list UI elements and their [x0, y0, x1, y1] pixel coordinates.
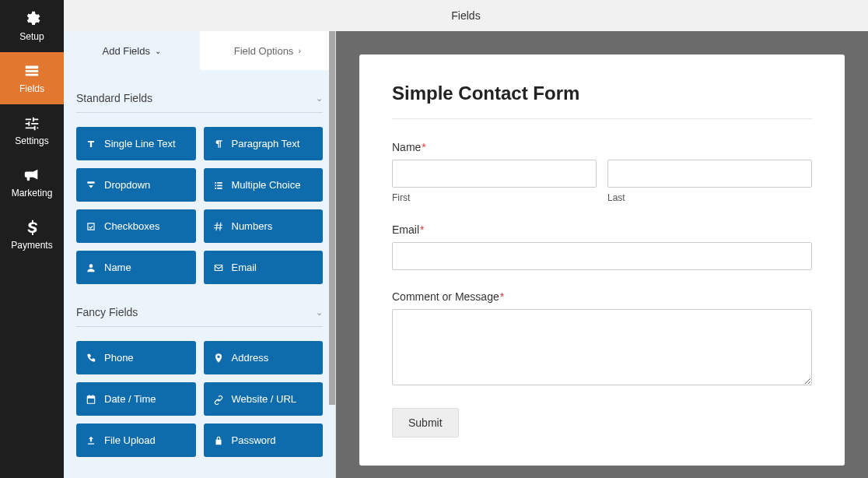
- field-label: Date / Time: [104, 393, 156, 405]
- fields-panel: Add Fields ⌄ Field Options › Standard Fi…: [64, 31, 336, 478]
- chevron-right-icon: ›: [298, 47, 300, 55]
- scrollbar[interactable]: [329, 31, 335, 405]
- nav-item-settings[interactable]: Settings: [0, 104, 64, 156]
- panel-tabs: Add Fields ⌄ Field Options ›: [64, 31, 335, 70]
- field-label: Checkboxes: [104, 220, 160, 232]
- last-name-input[interactable]: [607, 160, 812, 188]
- field-label: Multiple Choice: [232, 179, 301, 191]
- field-label: Website / URL: [232, 393, 297, 405]
- field-multiple-choice[interactable]: Multiple Choice: [204, 168, 324, 202]
- nav-label: Fields: [19, 83, 44, 94]
- field-email-wrap: Email*: [392, 223, 812, 270]
- tab-add-fields[interactable]: Add Fields ⌄: [64, 31, 200, 70]
- first-name-input[interactable]: [392, 160, 597, 188]
- dollar-icon: [23, 219, 40, 236]
- field-label: Password: [232, 434, 276, 446]
- tab-label: Field Options: [234, 45, 294, 57]
- map-marker-icon: [213, 353, 224, 364]
- phone-icon: [86, 353, 96, 364]
- chevron-down-icon: ⌄: [316, 93, 323, 104]
- bullhorn-icon: [23, 167, 40, 184]
- tab-field-options[interactable]: Field Options ›: [200, 31, 336, 70]
- name-label: Name*: [392, 141, 812, 153]
- nav-item-fields[interactable]: Fields: [0, 52, 64, 104]
- nav-item-marketing[interactable]: Marketing: [0, 156, 64, 209]
- divider: [76, 326, 323, 327]
- required-mark: *: [420, 223, 424, 236]
- message-label: Comment or Message*: [392, 290, 812, 303]
- field-numbers[interactable]: Numbers: [204, 209, 324, 243]
- field-name-wrap: Name* First Last: [392, 141, 812, 203]
- section-title: Fancy Fields: [76, 306, 138, 318]
- field-label: Single Line Text: [104, 138, 176, 149]
- nav-label: Settings: [15, 135, 48, 146]
- text-icon: [86, 139, 96, 149]
- field-password[interactable]: Password: [204, 424, 324, 457]
- list-icon: [213, 180, 224, 191]
- page-title: Fields: [451, 9, 480, 22]
- page-header: Fields: [64, 0, 868, 31]
- field-checkboxes[interactable]: Checkboxes: [76, 209, 196, 243]
- caret-down-icon: [86, 180, 96, 191]
- field-label: Numbers: [232, 220, 273, 232]
- field-single-line-text[interactable]: Single Line Text: [76, 127, 196, 160]
- field-date-time[interactable]: Date / Time: [76, 382, 196, 416]
- field-phone[interactable]: Phone: [76, 341, 196, 374]
- field-label: Dropdown: [104, 179, 150, 191]
- form-icon: [23, 62, 40, 79]
- field-email[interactable]: Email: [204, 251, 324, 284]
- sliders-icon: [23, 114, 40, 132]
- link-icon: [213, 394, 224, 405]
- field-address[interactable]: Address: [204, 341, 324, 374]
- form-preview: Simple Contact Form Name* First Last: [336, 31, 868, 478]
- field-label: Address: [232, 352, 269, 364]
- last-sublabel: Last: [607, 192, 812, 203]
- field-label: Paragraph Text: [232, 138, 300, 149]
- section-standard-fields[interactable]: Standard Fields ⌄: [76, 70, 323, 112]
- required-mark: *: [500, 290, 504, 303]
- section-title: Standard Fields: [76, 92, 152, 104]
- user-icon: [86, 262, 96, 273]
- field-label: Name: [104, 262, 131, 273]
- lock-icon: [213, 435, 224, 446]
- required-mark: *: [422, 141, 425, 153]
- chevron-down-icon: ⌄: [316, 308, 323, 318]
- nav-label: Setup: [19, 31, 44, 42]
- check-square-icon: [86, 221, 96, 232]
- section-fancy-fields[interactable]: Fancy Fields ⌄: [76, 284, 323, 326]
- upload-icon: [86, 435, 96, 446]
- tab-label: Add Fields: [103, 45, 150, 57]
- message-textarea[interactable]: [392, 309, 812, 385]
- gear-icon: [23, 10, 40, 27]
- submit-button[interactable]: Submit: [392, 408, 459, 438]
- nav-item-setup[interactable]: Setup: [0, 0, 64, 52]
- email-input[interactable]: [392, 242, 812, 270]
- hash-icon: [213, 221, 224, 232]
- nav-item-payments[interactable]: Payments: [0, 209, 64, 261]
- envelope-icon: [213, 262, 224, 273]
- form-card[interactable]: Simple Contact Form Name* First Last: [359, 54, 845, 466]
- email-label: Email*: [392, 223, 812, 236]
- field-message-wrap: Comment or Message*: [392, 290, 812, 388]
- chevron-down-icon: ⌄: [155, 47, 161, 55]
- calendar-icon: [86, 394, 96, 405]
- field-website-url[interactable]: Website / URL: [204, 382, 324, 416]
- paragraph-icon: [213, 139, 224, 149]
- field-file-upload[interactable]: File Upload: [76, 424, 196, 457]
- nav-label: Payments: [11, 240, 52, 251]
- divider: [392, 118, 812, 119]
- divider: [76, 112, 323, 113]
- field-label: Phone: [104, 352, 134, 364]
- nav-rail: Setup Fields Settings Marketing Payments: [0, 0, 64, 478]
- form-title: Simple Contact Form: [392, 83, 812, 104]
- field-label: Email: [232, 262, 257, 273]
- nav-label: Marketing: [12, 188, 53, 199]
- field-name[interactable]: Name: [76, 251, 196, 284]
- field-paragraph-text[interactable]: Paragraph Text: [204, 127, 324, 160]
- field-label: File Upload: [104, 434, 156, 446]
- first-sublabel: First: [392, 192, 597, 203]
- field-dropdown[interactable]: Dropdown: [76, 168, 196, 202]
